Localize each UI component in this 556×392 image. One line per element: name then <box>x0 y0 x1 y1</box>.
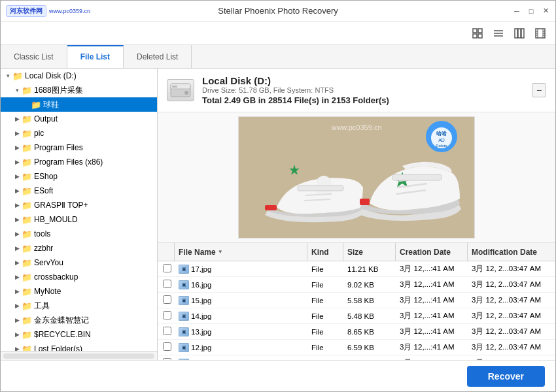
tab-file-list[interactable]: File List <box>67 45 124 68</box>
logo-badge: 河东软件网 <box>6 5 46 17</box>
col-header-created[interactable]: Creation Date <box>396 243 468 261</box>
file-size: 6.59 KB <box>343 344 396 351</box>
expand-arrow-hb-mould: ▶ <box>12 215 22 224</box>
file-name-cell: ▣12.jpg <box>175 343 307 352</box>
tab-deleted-list[interactable]: Deleted List <box>124 45 192 68</box>
sidebar-item-output[interactable]: ▶📁Output <box>1 112 157 126</box>
sidebar-item-hb-mould[interactable]: ▶📁HB_MOULD <box>1 212 157 227</box>
sidebar-item-crossbackup[interactable]: ▶📁crossbackup <box>1 270 157 284</box>
tree-label-qiuxie: 球鞋 <box>43 99 59 110</box>
logo-url: www.pc0359.cn <box>49 8 90 14</box>
file-modified: 3月 12, 2...03:47 AM <box>468 311 553 321</box>
svg-rect-7 <box>515 29 517 38</box>
sidebar-item-servyou[interactable]: ▶📁ServYou <box>1 255 157 270</box>
file-checkbox-4[interactable] <box>163 327 171 335</box>
table-row[interactable]: ▣13.jpgFile8.65 KB3月 12,...:41 AM3月 12, … <box>158 324 555 340</box>
file-name: 13.jpg <box>191 328 211 336</box>
folder-icon-grasp2: 📁 <box>22 201 32 210</box>
columns-view-button[interactable] <box>511 25 528 42</box>
file-name-cell: ▣17.jpg <box>175 265 307 274</box>
file-checkbox-1[interactable] <box>163 280 171 288</box>
folder-icon-jdjz: 📁 <box>22 316 32 325</box>
tree-label-tools: tools <box>34 229 50 238</box>
tree-label-1688: 1688图片采集 <box>34 85 83 96</box>
file-thumb-icon: ▣ <box>179 327 189 336</box>
expand-arrow-gongju: ▶ <box>12 301 22 310</box>
collapse-button[interactable]: − <box>532 83 546 97</box>
sidebar-item-eshop[interactable]: ▶📁EShop <box>1 169 157 184</box>
file-list-body[interactable]: ▣17.jpgFile11.21 KB3月 12,...:41 AM3月 12,… <box>158 261 555 360</box>
svg-rect-1 <box>478 29 482 33</box>
tree-label-jdjz: 金东金蝶智慧记 <box>34 315 89 326</box>
recover-button[interactable]: Recover <box>467 366 545 387</box>
maximize-button[interactable]: □ <box>527 7 536 16</box>
file-kind: File <box>307 328 343 336</box>
tab-classic-list[interactable]: Classic List <box>1 45 67 68</box>
file-checkbox-3[interactable] <box>163 311 171 319</box>
col-header-modified[interactable]: Modification Date <box>468 243 553 261</box>
col-header-kind[interactable]: Kind <box>307 243 343 261</box>
sidebar-item-grasp2[interactable]: ▶📁GRASPⅡ TOP+ <box>1 198 157 212</box>
sidebar-item-esoft[interactable]: ▶📁ESoft <box>1 184 157 198</box>
folder-icon-local-disk-d: 📁 <box>12 71 23 81</box>
expand-arrow-eshop: ▶ <box>12 172 22 181</box>
list-icon <box>493 28 504 39</box>
file-checkbox-0[interactable] <box>163 264 171 272</box>
folder-icon-eshop: 📁 <box>22 172 32 182</box>
sidebar-item-gongju[interactable]: ▶📁工具 <box>1 299 157 313</box>
file-name: 12.jpg <box>191 344 211 351</box>
table-row[interactable]: ▣15.jpgFile5.58 KB3月 12,...:41 AM3月 12, … <box>158 293 555 308</box>
file-kind: File <box>307 344 343 351</box>
sidebar-item-recycle[interactable]: ▶📁$RECYCLE.BIN <box>1 327 157 342</box>
list-view-button[interactable] <box>490 25 507 42</box>
sidebar-item-lost-folder[interactable]: ▶📁Lost Folder(s) <box>1 342 157 351</box>
table-row[interactable]: ▣12.jpgFile6.59 KB3月 12,...:41 AM3月 12, … <box>158 340 555 355</box>
close-button[interactable]: ✕ <box>541 7 550 16</box>
col-header-size[interactable]: Size <box>343 243 396 261</box>
tree-label-local-disk-d: Local Disk (D:) <box>25 71 77 80</box>
svg-text:AD: AD <box>438 138 445 142</box>
svg-text:www.pc0359.cn: www.pc0359.cn <box>330 123 381 131</box>
sidebar-item-program-files-x86[interactable]: ▶📁Program Files (x86) <box>1 155 157 169</box>
film-view-button[interactable] <box>532 25 549 42</box>
table-row[interactable]: ▣16.jpgFile9.02 KB3月 12,...:41 AM3月 12, … <box>158 277 555 293</box>
minimize-button[interactable]: ─ <box>512 7 521 16</box>
sidebar-item-jdjz[interactable]: ▶📁金东金蝶智慧记 <box>1 313 157 327</box>
file-size: 5.48 KB <box>343 312 396 320</box>
svg-rect-25 <box>265 205 277 210</box>
folder-icon-servyou: 📁 <box>22 258 32 268</box>
table-row[interactable]: ▣14.jpgFile5.48 KB3月 12,...:41 AM3月 12, … <box>158 308 555 324</box>
sidebar-item-local-disk-d[interactable]: ▾📁Local Disk (D:) <box>1 69 157 83</box>
svg-point-21 <box>184 91 188 95</box>
grid-view-button[interactable] <box>469 25 486 42</box>
sidebar-item-1688[interactable]: ▾📁1688图片采集 <box>1 83 157 97</box>
sidebar-scroll[interactable]: ▾📁Local Disk (D:)▾📁1688图片采集📁球鞋▶📁Output▶📁… <box>1 69 157 351</box>
tree-label-esoft: ESoft <box>34 186 53 195</box>
file-checkbox-2[interactable] <box>163 295 171 304</box>
col-header-name[interactable]: File Name ▼ <box>175 243 307 261</box>
expand-arrow-crossbackup: ▶ <box>12 272 22 282</box>
file-checkbox-5[interactable] <box>163 342 171 351</box>
file-created: 3月 12,...:41 AM <box>396 280 468 289</box>
table-row[interactable]: ▣17.jpgFile11.21 KB3月 12,...:41 AM3月 12,… <box>158 261 555 277</box>
sidebar-item-program-files[interactable]: ▶📁Program Files <box>1 140 157 155</box>
title-bar: 河东软件网 www.pc0359.cn Stellar Phoenix Phot… <box>1 1 555 22</box>
sidebar-item-tools[interactable]: ▶📁tools <box>1 227 157 241</box>
file-name-cell: ▣13.jpg <box>175 327 307 336</box>
folder-icon-pic: 📁 <box>22 129 32 139</box>
expand-arrow-tools: ▶ <box>12 229 22 238</box>
table-row[interactable]: ▣11.jpgFile6.62 KB3月 12,...:41 AM3月 12, … <box>158 355 555 360</box>
sidebar-hscroll[interactable] <box>1 351 157 360</box>
sidebar-item-qiuxie[interactable]: 📁球鞋 <box>1 97 157 112</box>
window-title: Stellar Phoenix Photo Recovery <box>218 6 338 16</box>
sidebar-item-zzbhr[interactable]: ▶📁zzbhr <box>1 241 157 255</box>
watermark-text: www.pc0359.cn <box>330 123 381 131</box>
file-name: 14.jpg <box>191 312 211 320</box>
sidebar-item-pic[interactable]: ▶📁pic <box>1 126 157 140</box>
svg-text:Delete: Delete <box>436 144 447 148</box>
folder-icon-gongju: 📁 <box>22 301 32 311</box>
tree-label-grasp2: GRASPⅡ TOP+ <box>34 201 88 210</box>
file-created: 3月 12,...:41 AM <box>396 327 468 336</box>
sidebar-item-mynote[interactable]: ▶📁MyNote <box>1 284 157 299</box>
file-thumb-icon: ▣ <box>179 312 189 321</box>
